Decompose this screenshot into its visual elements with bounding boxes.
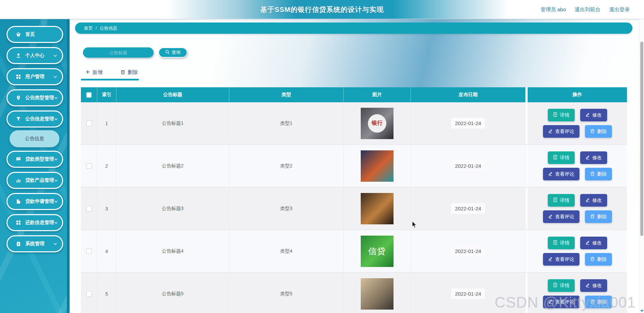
announcement-image[interactable]: 银行 [361, 108, 393, 139]
modify-button[interactable]: 修改 [580, 151, 607, 164]
image-text: 银行 [368, 114, 386, 133]
sidebar-item-home[interactable]: 首页 [6, 26, 63, 43]
date-cell: 2022-01-24 [411, 230, 526, 272]
document-icon [553, 283, 558, 288]
sidebar-item-announcement-info[interactable]: 公告信息管理 [6, 110, 63, 128]
sidebar-item-loan-product[interactable]: 贷款产品管理 [6, 172, 63, 189]
detail-button[interactable]: 详情 [548, 237, 575, 249]
row-checkbox[interactable] [86, 206, 92, 211]
actions-group: 详情修改查看评论删除 [534, 279, 621, 308]
search-icon [165, 50, 170, 55]
delete-button[interactable]: 删除 [585, 168, 612, 180]
edit-icon [548, 256, 553, 262]
modify-button[interactable]: 修改 [580, 194, 607, 207]
checkbox-cell [81, 273, 97, 313]
row-checkbox[interactable] [86, 249, 92, 254]
toolbar-underline [81, 79, 139, 80]
toolbar: 新增 删除 [85, 69, 644, 76]
checkbox-cell [81, 230, 97, 272]
select-all-checkbox[interactable] [86, 92, 91, 98]
modify-button[interactable]: 修改 [580, 109, 607, 121]
detail-button[interactable]: 详情 [548, 194, 575, 207]
index-cell: 5 [97, 273, 116, 313]
table-row: 3公告标题3类型32022-01-24详情修改查看评论删除 [81, 188, 627, 230]
title-cell: 公告标题4 [116, 230, 229, 272]
scrollbar-thumb[interactable] [640, 42, 643, 236]
top-header: 基于SSM的银行信贷系统的设计与实现 管理员 abo 退出到前台 退出登录 [0, 0, 644, 19]
checkbox-cell [81, 102, 97, 144]
sidebar-subitem-announcement-info[interactable]: 公告信息 [10, 130, 59, 147]
trash-icon [590, 299, 595, 305]
chevron-down-icon [54, 157, 58, 161]
query-button[interactable]: 查询 [158, 47, 187, 58]
sidebar-item-system-management[interactable]: 系统管理 [6, 235, 63, 252]
chat-icon [16, 156, 21, 162]
sidebar-item-user-management[interactable]: 用户管理 [6, 68, 63, 85]
detail-button[interactable]: 详情 [548, 109, 575, 121]
sidebar-item-personal-center[interactable]: 个人中心 [6, 47, 63, 64]
detail-button[interactable]: 详情 [548, 151, 575, 164]
header-links: 管理员 abo 退出到前台 退出登录 [541, 0, 630, 19]
col-type: 类型 [229, 87, 344, 102]
title-cell: 公告标题5 [116, 273, 229, 313]
announcement-image[interactable] [361, 150, 393, 182]
row-checkbox[interactable] [86, 163, 92, 169]
actions-cell: 详情修改查看评论删除 [526, 102, 627, 144]
row-checkbox[interactable] [86, 291, 92, 297]
edit-icon [548, 129, 553, 134]
sidebar-item-repayment-info[interactable]: 还款信息管理 [6, 214, 63, 231]
announcement-image[interactable]: 信贷 [361, 236, 393, 267]
date-cell: 2022-01-24 [411, 188, 526, 229]
sidebar-item-loan-type[interactable]: 贷款类型管理 [6, 151, 63, 168]
select-all-header [81, 87, 97, 102]
detail-button[interactable]: 详情 [548, 279, 575, 292]
table-header: 索引 公告标题 类型 图片 发布日期 操作 [81, 87, 627, 102]
chevron-down-icon [54, 178, 58, 182]
modify-button[interactable]: 修改 [580, 279, 607, 292]
logout-link[interactable]: 退出登录 [609, 6, 630, 13]
row-checkbox[interactable] [86, 121, 92, 126]
view-comments-button[interactable]: 查看评论 [543, 168, 579, 180]
edit-icon [548, 299, 553, 305]
trash-icon [590, 214, 595, 220]
view-comments-button[interactable]: 查看评论 [543, 210, 579, 223]
trash-icon [590, 256, 595, 262]
sidebar: 首页 个人中心 用户管理 [0, 19, 70, 313]
delete-button[interactable]: 删除 [585, 210, 612, 223]
scrollbar-down-arrow[interactable] [640, 310, 644, 312]
breadcrumb-home[interactable]: 首页 [84, 25, 93, 31]
image-cell [344, 145, 411, 187]
col-date: 发布日期 [411, 87, 526, 102]
announcement-image[interactable] [361, 278, 393, 310]
delete-button[interactable]: 删除 [585, 296, 612, 308]
view-comments-button[interactable]: 查看评论 [543, 296, 579, 308]
col-action: 操作 [526, 87, 627, 102]
breadcrumb-separator: / [96, 26, 97, 31]
type-cell: 类型2 [229, 145, 344, 187]
document-icon [553, 112, 558, 118]
add-button[interactable]: 新增 [85, 69, 103, 76]
actions-group: 详情修改查看评论删除 [534, 109, 621, 138]
delete-selected-button[interactable]: 删除 [120, 69, 138, 76]
chevron-down-icon [54, 117, 58, 121]
table-row: 2公告标题2类型22022-01-24详情修改查看评论删除 [81, 145, 627, 188]
table-row: 1公告标题1类型1银行2022-01-24详情修改查看评论删除 [81, 102, 627, 145]
title-cell: 公告标题2 [116, 145, 229, 187]
sidebar-item-announcement-type[interactable]: 公告类型管理 [6, 89, 63, 106]
clipboard-icon [16, 241, 21, 247]
actions-group: 详情修改查看评论删除 [534, 194, 621, 223]
delete-button[interactable]: 删除 [585, 253, 612, 266]
funnel-icon [16, 116, 21, 122]
view-comments-button[interactable]: 查看评论 [543, 125, 579, 138]
search-input[interactable] [83, 47, 154, 58]
view-comments-button[interactable]: 查看评论 [543, 253, 579, 266]
announcement-image[interactable] [361, 193, 393, 224]
delete-button[interactable]: 删除 [585, 125, 612, 138]
type-cell: 类型1 [229, 102, 344, 144]
col-image: 图片 [344, 87, 411, 102]
sidebar-item-loan-application[interactable]: 贷款申请管理 [6, 193, 63, 210]
modify-button[interactable]: 修改 [580, 237, 607, 249]
book-icon [16, 199, 21, 204]
back-to-front-link[interactable]: 退出到前台 [575, 6, 600, 13]
table-body: 1公告标题1类型1银行2022-01-24详情修改查看评论删除2公告标题2类型2… [81, 102, 627, 313]
